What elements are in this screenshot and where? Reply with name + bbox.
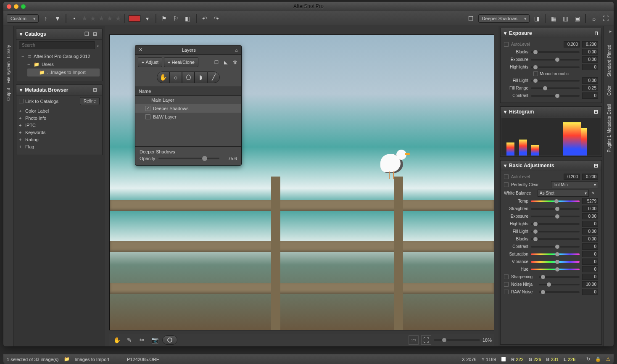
value-field[interactable]: 0.25 [582,85,598,91]
metadata-item[interactable]: +IPTC [19,122,100,129]
value-field[interactable]: 0.00 [582,77,598,84]
rawnoise-slider[interactable] [539,291,580,293]
layer-dropdown[interactable]: Deeper Shadows [478,14,530,23]
zoom-button[interactable] [21,4,26,9]
eyedropper-icon[interactable]: ✎ [124,335,134,345]
search-input[interactable] [19,41,95,49]
basic-header[interactable]: ▾Basic Adjustments⊟ [501,161,601,171]
close-button[interactable] [7,4,11,9]
catalog-images-import[interactable]: 📁...Images to Import [27,69,100,76]
preset-dropdown[interactable]: Custom [7,14,39,23]
star-5[interactable]: ★ [115,14,121,22]
image-viewer[interactable]: ✕ Layers ⌂ +Adjust +Heal/Clone ❐ ◣ 🗑 ✋ [109,34,494,330]
value-field[interactable]: 0 [582,266,598,272]
search-icon[interactable]: ⌕ [97,43,100,48]
arrow-up-icon[interactable]: ↑ [41,14,50,23]
value-field[interactable]: 0.00 [582,228,598,235]
sync-icon[interactable]: ↻ [586,356,590,362]
value-slider[interactable] [531,59,580,61]
sharpening-slider[interactable] [539,276,580,278]
noise-slider[interactable] [539,284,580,285]
pin-icon[interactable]: ⊟ [594,109,598,115]
layer-visible-checkbox[interactable] [145,106,150,111]
brush-tool[interactable]: ╱ [207,71,220,83]
tab-output[interactable]: Output [6,76,11,101]
crop-icon[interactable]: ✂ [137,335,147,345]
value-slider[interactable] [531,87,580,89]
polygon-tool[interactable]: ⬠ [182,71,195,83]
pin-icon[interactable]: ⊓ [594,30,598,36]
circle-tool[interactable]: ○ [169,71,182,83]
value-slider[interactable] [531,269,580,270]
eyedropper-icon[interactable]: ✎ [591,191,598,195]
one-to-one-icon[interactable]: 1:1 [409,335,419,345]
metadata-item[interactable]: +Color Label [19,108,100,115]
value-field[interactable]: 0 [582,243,598,250]
pin-icon[interactable]: ⊟ [594,163,598,169]
undo-icon[interactable]: ↶ [200,14,209,23]
pin-icon[interactable]: ⊟ [93,87,99,93]
value-slider[interactable] [531,231,580,232]
tab-library[interactable]: Library [6,33,11,58]
value-slider[interactable] [531,238,580,240]
close-icon[interactable]: ✕ [139,47,142,53]
value-slider[interactable] [531,208,580,210]
value-slider[interactable] [531,51,580,53]
value-field[interactable]: 0.00 [582,213,598,219]
trash-icon[interactable]: 🗑 [231,58,239,66]
catalog-root[interactable]: −≣AfterShot Pro Catalog 2012 [21,53,100,61]
value-field[interactable]: 0.00 [582,56,598,63]
value-field[interactable]: 0 [582,221,598,227]
curve-tool[interactable]: ◗ [195,71,207,83]
catalog-users[interactable]: −📁Users [21,61,100,69]
metadata-item[interactable]: +Photo Info [19,115,100,122]
flag-crossed-icon[interactable]: ⚐ [171,14,181,23]
minimize-button[interactable] [14,4,18,9]
metadata-item[interactable]: +Keywords [19,129,100,136]
tag-icon[interactable]: ◧ [183,14,192,23]
value-field[interactable]: 0.00 [582,236,598,242]
star-3[interactable]: ★ [98,14,104,22]
metadata-item[interactable]: +Flag [19,143,100,150]
value-slider[interactable] [531,200,580,202]
histogram-header[interactable]: ▾Histogram⊟ [501,107,601,117]
copy-icon[interactable]: ❐ [84,31,90,37]
thumbnails-view-icon[interactable]: ▦ [549,14,558,23]
adjust-button[interactable]: +Adjust [138,57,162,67]
refine-button[interactable]: Refine [80,97,100,105]
star-1[interactable]: ★ [82,14,87,22]
value-slider[interactable] [531,95,580,97]
flag-icon[interactable]: ⚑ [160,14,169,23]
fit-icon[interactable]: ⛶ [421,335,431,345]
compare-icon[interactable]: ◨ [532,14,541,23]
warning-icon[interactable]: ⚠ [606,356,610,362]
value-field[interactable]: 0 [582,92,598,99]
layers-icon[interactable]: ❐ [467,14,476,23]
wb-dropdown[interactable]: As Shot [538,190,589,197]
camera-icon[interactable]: 📷 [150,335,160,345]
pin-icon[interactable]: ⊟ [93,31,99,37]
color-label-swatch[interactable] [129,15,140,22]
invert-icon[interactable]: ◣ [222,58,229,66]
value-field[interactable]: 0 [582,258,598,265]
rawnoise-checkbox[interactable] [504,290,509,294]
tab-plugins[interactable]: Plugins 1 [607,127,612,153]
metadata-item[interactable]: +Rating [19,136,100,143]
split-view-icon[interactable]: ▥ [561,14,570,23]
perfectly-clear-checkbox[interactable] [504,182,509,187]
heal-clone-button[interactable]: +Heal/Clone [164,57,198,67]
value-slider[interactable] [531,261,580,263]
star-4[interactable]: ★ [107,14,113,22]
value-field[interactable]: 0 [582,251,598,257]
metadata-header[interactable]: ▾ Metadata Browser ⊟ [16,85,102,95]
magnifier-icon[interactable]: ⌕ [589,14,599,23]
region-tool[interactable] [162,335,177,345]
sharpening-checkbox[interactable] [504,274,509,279]
hand-icon[interactable]: ✋ [112,335,122,345]
layer-visible-checkbox[interactable] [145,114,150,119]
hand-tool[interactable]: ✋ [157,71,169,83]
catalogs-header[interactable]: ▾ Catalogs ❐ ⊟ [16,29,102,40]
copy-layer-icon[interactable]: ❐ [213,58,220,66]
dot-icon[interactable]: • [70,14,79,23]
fullscreen-icon[interactable]: ⛶ [601,14,610,23]
